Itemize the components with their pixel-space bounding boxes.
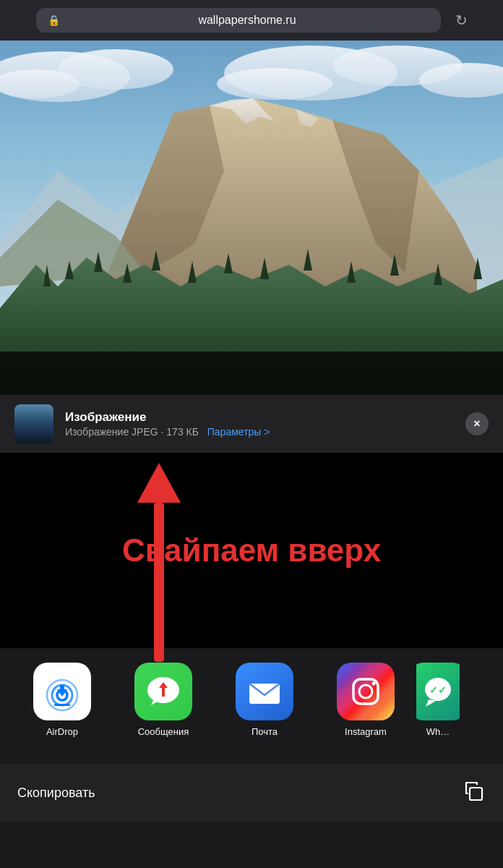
lock-icon: 🔒 — [48, 14, 60, 26]
url-text: wallpapershome.ru — [66, 14, 429, 27]
svg-rect-34 — [60, 685, 64, 691]
copy-icon — [463, 779, 486, 807]
svg-point-7 — [217, 68, 332, 100]
app-item-mail[interactable]: Почта — [214, 663, 315, 737]
svg-point-41 — [359, 685, 372, 698]
app-item-airdrop[interactable]: AirDrop — [12, 663, 113, 737]
copy-label: Скопировать — [17, 786, 463, 801]
mail-icon — [236, 663, 293, 720]
instagram-icon — [337, 663, 395, 720]
svg-point-42 — [372, 682, 376, 686]
wallpaper-image — [0, 41, 503, 395]
whatsapp-label: Wh… — [426, 726, 450, 737]
app-item-messages[interactable]: Сообщения — [113, 663, 214, 737]
close-button[interactable]: × — [465, 412, 489, 435]
arrow-shaft — [154, 503, 164, 662]
app-item-whatsapp[interactable]: ✓✓ Wh… — [416, 663, 460, 737]
share-info-bar: Изображение Изображение JPEG · 173 КБ Па… — [0, 395, 503, 453]
svg-rect-46 — [470, 788, 482, 800]
apps-row: AirDrop Сообщения Почта — [0, 648, 503, 764]
svg-text:✓✓: ✓✓ — [429, 684, 447, 696]
mail-label: Почта — [252, 726, 278, 737]
instagram-label: Instagram — [345, 726, 387, 737]
share-file-info: Изображение Изображение JPEG · 173 КБ Па… — [65, 410, 454, 438]
whatsapp-icon: ✓✓ — [416, 663, 460, 720]
svg-marker-44 — [426, 699, 436, 707]
params-link[interactable]: Параметры > — [207, 426, 270, 438]
red-arrow — [137, 463, 181, 662]
airdrop-icon — [33, 663, 91, 720]
file-thumbnail — [14, 404, 53, 443]
swipe-instruction-area: Свайпаем вверх — [0, 453, 503, 648]
address-bar: 🔒 wallpapershome.ru ↻ — [0, 0, 503, 41]
messages-label: Сообщения — [138, 726, 189, 737]
app-item-instagram[interactable]: Instagram — [315, 663, 416, 737]
share-subtitle: Изображение JPEG · 173 КБ Параметры > — [65, 426, 454, 438]
bottom-safe-area — [0, 822, 503, 868]
messages-icon — [134, 663, 192, 720]
reload-button[interactable]: ↻ — [455, 12, 468, 29]
file-meta: Изображение JPEG · 173 КБ — [65, 426, 199, 438]
arrow-head — [137, 463, 181, 503]
copy-bar[interactable]: Скопировать — [0, 764, 503, 822]
svg-rect-35 — [54, 704, 70, 706]
url-field[interactable]: 🔒 wallpapershome.ru — [36, 8, 441, 33]
airdrop-label: AirDrop — [46, 726, 78, 737]
svg-rect-29 — [0, 352, 503, 395]
share-title: Изображение — [65, 410, 454, 425]
